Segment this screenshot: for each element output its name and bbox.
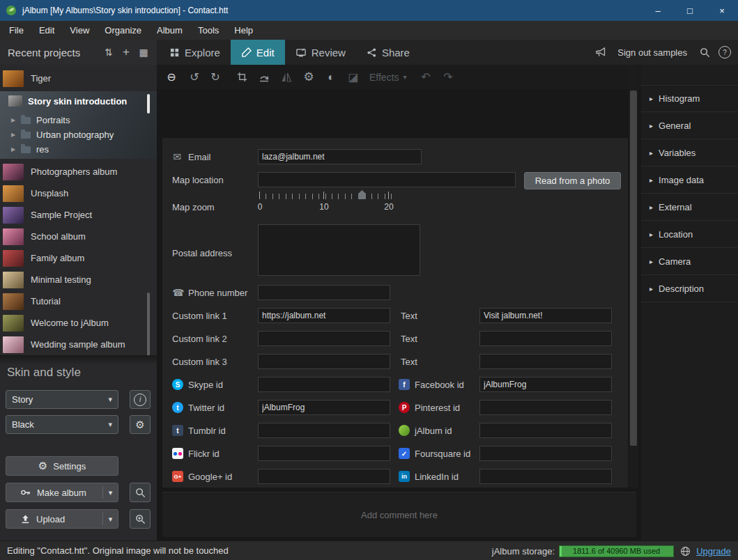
tumblr-id-field[interactable] [258, 423, 390, 438]
minus-circle-icon[interactable]: ⊖ [162, 65, 180, 89]
tab-edit[interactable]: Edit [231, 40, 285, 65]
read-from-photo-button[interactable]: Read from a photo [524, 172, 621, 189]
search-icon[interactable] [700, 47, 710, 58]
project-item[interactable]: Sample Project [0, 204, 157, 226]
panel-camera[interactable]: ▸ Camera [641, 248, 738, 275]
preview-album-button[interactable] [130, 483, 151, 502]
phone-field[interactable] [258, 285, 390, 300]
postal-address-field[interactable] [258, 224, 420, 276]
email-field[interactable] [258, 149, 422, 164]
panel-description[interactable]: ▸ Description [641, 275, 738, 302]
tree-item-res[interactable]: ▶ res [0, 142, 157, 157]
rotate-right-icon[interactable]: ↻ [206, 65, 224, 89]
contrast-icon[interactable]: ◐ [322, 65, 340, 89]
custom-link-2-text-field[interactable] [479, 331, 612, 346]
skin-select[interactable]: Story ▾ [6, 390, 118, 409]
panel-location[interactable]: ▸ Location [641, 221, 738, 248]
adjust-gear-icon[interactable]: ⚙ [300, 65, 318, 89]
tree-item-urban-photography[interactable]: ▶ Urban photography [0, 127, 157, 142]
custom-link-3-text-field[interactable] [479, 354, 612, 369]
project-item[interactable]: Minimal testing [0, 269, 157, 290]
facebook-id-field[interactable] [479, 377, 612, 392]
crop-icon[interactable] [233, 65, 251, 89]
foursquare-id-field[interactable] [479, 446, 612, 461]
project-item-tiger[interactable]: Tiger [0, 68, 157, 89]
twitter-id-field[interactable] [258, 400, 390, 415]
redo-icon[interactable]: ↷ [439, 65, 457, 89]
skype-id-field[interactable] [258, 377, 390, 392]
tree-expand-icon[interactable]: ▶ [11, 146, 20, 153]
custom-link-1-url-field[interactable] [258, 308, 390, 323]
project-item[interactable]: Unsplash [0, 182, 157, 204]
comment-input[interactable]: Add comment here [162, 492, 636, 537]
maximize-button[interactable]: □ [674, 0, 706, 21]
rotate-left-icon[interactable]: ↺ [185, 65, 203, 89]
menu-item-edit[interactable]: Edit [31, 21, 62, 40]
main-scrollbar[interactable] [629, 65, 638, 488]
effects-dropdown[interactable]: Effects ▾ [369, 65, 407, 89]
project-item[interactable]: Welcome to jAlbum [0, 312, 157, 334]
menu-item-tools[interactable]: Tools [190, 21, 226, 40]
flickr-foursquare-row: Flickr id ✓ Foursquare id [162, 446, 628, 461]
sort-projects-icon[interactable]: ⇅ [101, 45, 116, 60]
upgrade-link[interactable]: Upgrade [696, 546, 731, 557]
menu-item-album[interactable]: Album [149, 21, 190, 40]
preview-upload-button[interactable] [130, 509, 151, 529]
make-album-dropdown[interactable]: ▾ [103, 488, 118, 497]
project-item[interactable]: Wedding sample album [0, 334, 157, 355]
announcements-icon[interactable] [595, 47, 608, 58]
tab-explore[interactable]: Explore [159, 40, 231, 65]
menu-item-view[interactable]: View [62, 21, 97, 40]
menu-item-file[interactable]: File [1, 21, 31, 40]
upload-button[interactable]: Upload ▾ [6, 509, 118, 529]
menu-item-organize[interactable]: Organize [97, 21, 149, 40]
google-plus-id-field[interactable] [258, 469, 390, 484]
project-item[interactable]: Photographers album [0, 161, 157, 182]
tab-review[interactable]: Review [285, 40, 356, 65]
sign-out-link[interactable]: Sign out samples [617, 47, 687, 58]
skin-and-style-heading: Skin and style [7, 366, 81, 380]
custom-link-1-text-field[interactable] [479, 308, 612, 323]
make-album-button[interactable]: Make album ▾ [6, 483, 118, 502]
close-button[interactable]: × [706, 0, 738, 21]
project-item[interactable]: Tutorial [0, 290, 157, 312]
jalbum-id-field[interactable] [479, 423, 612, 438]
add-project-icon[interactable]: + [118, 45, 134, 60]
scrollbar-thumb[interactable] [147, 94, 150, 114]
tree-expand-icon[interactable]: ▶ [11, 117, 20, 123]
project-item[interactable]: Family album [0, 247, 157, 269]
linkedin-id-field[interactable] [479, 469, 612, 484]
tree-item-portraits[interactable]: ▶ Portraits [0, 113, 157, 127]
settings-button[interactable]: ⚙ Settings [6, 456, 118, 476]
map-location-label: Map location [172, 172, 224, 187]
panel-external[interactable]: ▸ External [641, 194, 738, 221]
pinterest-id-field[interactable] [479, 400, 612, 415]
scrollbar-thumb[interactable] [630, 91, 637, 446]
tab-share[interactable]: Share [356, 40, 420, 65]
menu-item-help[interactable]: Help [226, 21, 261, 40]
upload-dropdown[interactable]: ▾ [103, 515, 118, 524]
flickr-id-field[interactable] [258, 446, 390, 461]
straighten-icon[interactable] [255, 65, 273, 89]
minimize-button[interactable]: – [642, 0, 674, 21]
custom-link-2-url-field[interactable] [258, 331, 390, 346]
panel-histogram[interactable]: ▸ Histogram [641, 85, 738, 112]
project-item[interactable]: School album [0, 226, 157, 247]
panel-variables[interactable]: ▸ Variables [641, 139, 738, 166]
flip-icon[interactable] [277, 65, 295, 89]
google-plus-label: Google+ id [188, 469, 232, 484]
help-icon[interactable]: ? [718, 46, 731, 59]
project-item-selected[interactable]: Story skin introduction ▶ Portraits ▶ Ur… [0, 91, 157, 159]
grid-view-icon[interactable]: ▦ [136, 45, 151, 60]
custom-link-3-url-field[interactable] [258, 354, 390, 369]
panel-image-data[interactable]: ▸ Image data [641, 166, 738, 194]
levels-icon[interactable]: ◪ [344, 65, 362, 89]
style-select[interactable]: Black ▾ [6, 415, 118, 434]
style-settings-button[interactable]: ⚙ [130, 415, 151, 434]
panel-general[interactable]: ▸ General [641, 112, 738, 139]
skin-info-button[interactable]: i [130, 390, 151, 409]
tree-expand-icon[interactable]: ▶ [11, 132, 20, 138]
undo-icon[interactable]: ↶ [417, 65, 435, 89]
scrollbar-thumb[interactable] [147, 293, 150, 357]
map-location-field[interactable] [258, 172, 516, 187]
